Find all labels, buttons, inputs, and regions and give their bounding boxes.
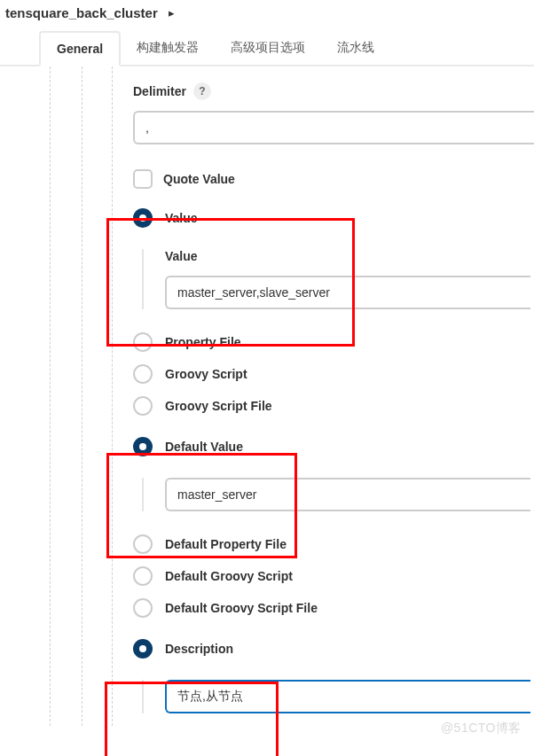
- radio-unchecked-icon[interactable]: [133, 598, 153, 618]
- value-input[interactable]: [165, 276, 530, 309]
- radio-value-label: Value: [165, 211, 198, 225]
- tab-advanced[interactable]: 高级项目选项: [215, 31, 321, 66]
- radio-checked-icon[interactable]: [133, 639, 153, 659]
- delimiter-label-row: Delimiter ?: [133, 82, 534, 100]
- quote-value-row[interactable]: Quote Value: [133, 169, 534, 189]
- breadcrumb-title[interactable]: tensquare_back_cluster: [5, 5, 158, 20]
- default-value-input[interactable]: [165, 478, 530, 511]
- radio-description-label: Description: [165, 642, 233, 656]
- delimiter-input[interactable]: [133, 111, 534, 144]
- form-content: Delimiter ? Quote Value Value Value Prop…: [0, 66, 534, 726]
- radio-groovy-script[interactable]: Groovy Script: [133, 362, 534, 386]
- radio-unchecked-icon[interactable]: [133, 364, 153, 384]
- radio-default-groovy-script-label: Default Groovy Script: [165, 569, 293, 583]
- default-value-nested: [142, 478, 534, 511]
- radio-groovy-script-file-label: Groovy Script File: [165, 399, 272, 413]
- radio-checked-icon[interactable]: [133, 208, 153, 228]
- radio-checked-icon[interactable]: [133, 437, 153, 456]
- description-group: Description: [133, 637, 534, 726]
- help-icon[interactable]: ?: [193, 82, 211, 100]
- radio-default-groovy-script[interactable]: Default Groovy Script: [133, 565, 534, 588]
- delimiter-label: Delimiter: [133, 84, 186, 98]
- breadcrumb: tensquare_back_cluster ▸: [0, 0, 534, 29]
- quote-value-label: Quote Value: [163, 172, 235, 186]
- chevron-right-icon: ▸: [169, 6, 175, 19]
- value-source-group: Value Value Property File Groovy Script …: [133, 207, 534, 417]
- radio-unchecked-icon[interactable]: [133, 396, 153, 416]
- radio-unchecked-icon[interactable]: [133, 534, 153, 554]
- watermark: @51CTO博客: [441, 721, 522, 737]
- radio-property-file-label: Property File: [165, 335, 241, 349]
- radio-unchecked-icon[interactable]: [133, 332, 153, 352]
- radio-groovy-script-label: Groovy Script: [165, 367, 247, 381]
- value-nested: Value: [142, 249, 534, 309]
- radio-groovy-script-file[interactable]: Groovy Script File: [133, 394, 534, 417]
- tab-general[interactable]: General: [39, 31, 121, 66]
- radio-property-file[interactable]: Property File: [133, 331, 534, 354]
- description-nested: [142, 680, 534, 713]
- checkbox-icon[interactable]: [133, 169, 153, 189]
- tab-build-triggers[interactable]: 构建触发器: [121, 31, 215, 66]
- radio-default-groovy-script-file[interactable]: Default Groovy Script File: [133, 596, 534, 620]
- tab-pipeline[interactable]: 流水线: [321, 31, 390, 66]
- config-tabs: General 构建触发器 高级项目选项 流水线: [0, 29, 534, 66]
- description-input[interactable]: [165, 680, 530, 713]
- radio-default-property-file-label: Default Property File: [165, 537, 287, 551]
- radio-unchecked-icon[interactable]: [133, 566, 153, 586]
- value-sub-label: Value: [165, 249, 534, 263]
- default-value-group: Default Value Default Property File Defa…: [133, 435, 534, 620]
- radio-default-groovy-script-file-label: Default Groovy Script File: [165, 601, 318, 615]
- radio-default-property-file[interactable]: Default Property File: [133, 533, 534, 556]
- radio-default-value[interactable]: Default Value: [133, 435, 534, 458]
- radio-description[interactable]: Description: [133, 637, 534, 660]
- radio-default-value-label: Default Value: [165, 440, 243, 454]
- radio-value[interactable]: Value: [133, 207, 534, 230]
